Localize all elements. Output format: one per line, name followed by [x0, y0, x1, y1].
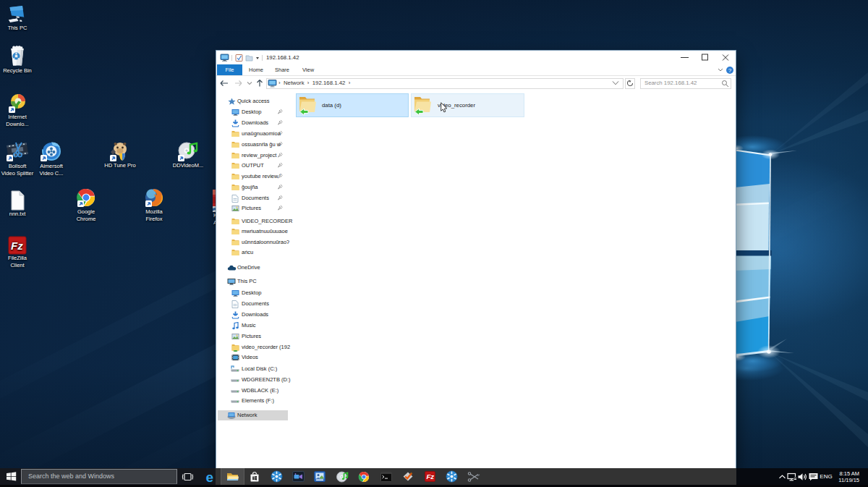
svg-text:e: e [206, 470, 214, 484]
svg-text:?: ? [728, 67, 732, 74]
svg-text:Fz: Fz [426, 473, 434, 480]
svg-text:Fz: Fz [11, 240, 23, 252]
